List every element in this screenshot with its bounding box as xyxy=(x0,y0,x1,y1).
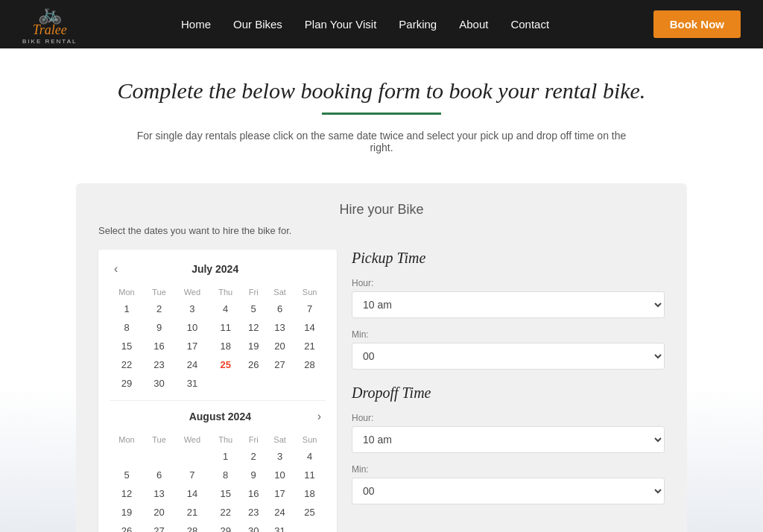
calendar-day[interactable]: 30 xyxy=(241,522,265,532)
calendar-day[interactable]: 8 xyxy=(110,318,144,337)
calendar-day[interactable]: 16 xyxy=(241,484,265,503)
calendar-day[interactable]: 12 xyxy=(241,318,265,337)
calendar-day[interactable]: 16 xyxy=(144,337,174,355)
calendar-day[interactable]: 27 xyxy=(266,355,294,374)
book-now-button[interactable]: Book Now xyxy=(653,10,741,38)
calendar-day[interactable]: 13 xyxy=(266,318,294,337)
calendar-day[interactable]: 9 xyxy=(241,466,265,484)
pickup-min-label: Min: xyxy=(352,329,665,340)
calendar-day[interactable]: 27 xyxy=(144,522,174,532)
calendar-day[interactable]: 18 xyxy=(210,337,241,355)
nav-about[interactable]: About xyxy=(459,18,488,31)
dropoff-hour-select[interactable]: 8 am9 am10 am11 am12 pm1 pm2 pm3 pm4 pm5… xyxy=(352,426,665,453)
calendar-day[interactable]: 6 xyxy=(144,466,174,484)
calendar-day[interactable]: 22 xyxy=(210,503,241,522)
calendar-day[interactable]: 24 xyxy=(174,355,210,374)
day-header: Sat xyxy=(266,432,294,447)
pickup-hour-select[interactable]: 8 am9 am10 am11 am12 pm1 pm2 pm3 pm4 pm5… xyxy=(352,291,665,318)
pickup-hour-label: Hour: xyxy=(352,278,665,288)
calendar-day[interactable]: 20 xyxy=(266,337,294,355)
calendar-day[interactable]: 30 xyxy=(144,374,174,393)
calendar-day[interactable]: 4 xyxy=(210,300,241,318)
calendar-day[interactable]: 7 xyxy=(294,300,326,318)
calendar-day[interactable]: 5 xyxy=(241,300,265,318)
calendar-day[interactable]: 22 xyxy=(110,355,144,374)
calendar-day[interactable]: 14 xyxy=(174,484,210,503)
calendar-day[interactable]: 2 xyxy=(144,300,174,318)
pickup-min-select[interactable]: 00153045 xyxy=(352,343,665,370)
calendar-day[interactable]: 14 xyxy=(294,318,326,337)
day-header: Sun xyxy=(294,432,326,447)
hero-section: Complete the below booking form to book … xyxy=(0,48,763,168)
empty-cell xyxy=(266,374,294,393)
calendar-day[interactable]: 21 xyxy=(294,337,326,355)
calendar-day[interactable]: 11 xyxy=(294,466,326,484)
calendar-day[interactable]: 28 xyxy=(174,522,210,532)
calendar-day[interactable]: 13 xyxy=(144,484,174,503)
calendar-day[interactable]: 31 xyxy=(266,522,294,532)
nav-parking[interactable]: Parking xyxy=(399,18,437,31)
prev-month-button[interactable]: ‹ xyxy=(110,261,122,277)
calendar-day[interactable]: 10 xyxy=(266,466,294,484)
calendar-day[interactable]: 19 xyxy=(241,337,265,355)
calendar-day[interactable]: 24 xyxy=(266,503,294,522)
logo[interactable]: 🚲 Tralee BIKE RENTAL xyxy=(22,4,77,45)
calendar-day[interactable]: 23 xyxy=(144,355,174,374)
next-month-button[interactable]: › xyxy=(313,408,326,425)
calendar-day[interactable]: 31 xyxy=(174,374,210,393)
calendar-day[interactable]: 18 xyxy=(294,484,326,503)
nav-contact[interactable]: Contact xyxy=(510,18,549,31)
calendar-day[interactable]: 9 xyxy=(144,318,174,337)
calendar-day[interactable]: 23 xyxy=(241,503,265,522)
calendar-day[interactable]: 8 xyxy=(210,466,241,484)
calendar-day[interactable]: 2 xyxy=(241,447,265,466)
calendar-day[interactable]: 5 xyxy=(110,466,144,484)
calendar-day[interactable]: 12 xyxy=(110,484,144,503)
calendar-day[interactable]: 26 xyxy=(110,522,144,532)
calendar-day[interactable]: 3 xyxy=(174,300,210,318)
dropoff-section: Dropoff Time Hour: 8 am9 am10 am11 am12 … xyxy=(352,384,665,504)
calendar-day[interactable]: 17 xyxy=(174,337,210,355)
day-header: Mon xyxy=(110,285,144,300)
day-header: Thu xyxy=(210,285,241,300)
august-calendar-grid: MonTueWedThuFriSatSun 123456789101112131… xyxy=(110,432,326,532)
day-header: Sun xyxy=(294,285,326,300)
booking-title: Hire your Bike xyxy=(98,202,665,218)
calendar-day[interactable]: 11 xyxy=(210,318,241,337)
calendar-day[interactable]: 3 xyxy=(266,447,294,466)
calendar-day[interactable]: 29 xyxy=(110,374,144,393)
nav-our-bikes[interactable]: Our Bikes xyxy=(233,18,282,31)
logo-name: Tralee xyxy=(33,23,67,38)
calendar-day[interactable]: 25 xyxy=(210,355,241,374)
july-calendar-grid: MonTueWedThuFriSatSun 123456789101112131… xyxy=(110,285,326,393)
calendar-day[interactable]: 25 xyxy=(294,503,326,522)
calendar: ‹ July 2024 MonTueWedThuFriSatSun 123456… xyxy=(98,250,337,532)
calendar-day[interactable]: 1 xyxy=(110,300,144,318)
calendar-day[interactable]: 15 xyxy=(110,337,144,355)
empty-cell xyxy=(294,522,326,532)
calendar-day[interactable]: 21 xyxy=(174,503,210,522)
calendar-day[interactable]: 29 xyxy=(210,522,241,532)
calendar-day[interactable]: 1 xyxy=(210,447,241,466)
august-calendar-body: 1234567891011121314151617181920212223242… xyxy=(110,447,326,532)
logo-sub: BIKE RENTAL xyxy=(22,38,77,45)
calendar-day[interactable]: 6 xyxy=(266,300,294,318)
calendar-day[interactable]: 20 xyxy=(144,503,174,522)
dropoff-min-field: Min: 00153045 xyxy=(352,464,665,504)
calendar-day[interactable]: 26 xyxy=(241,355,265,374)
day-header: Mon xyxy=(110,432,144,447)
dropoff-min-select[interactable]: 00153045 xyxy=(352,478,665,504)
calendar-day[interactable]: 15 xyxy=(210,484,241,503)
booking-subtitle: Select the dates you want to hire the bi… xyxy=(98,225,665,236)
nav-home[interactable]: Home xyxy=(181,18,211,31)
calendar-day[interactable]: 19 xyxy=(110,503,144,522)
calendar-day[interactable]: 28 xyxy=(294,355,326,374)
calendar-day[interactable]: 17 xyxy=(266,484,294,503)
day-header: Wed xyxy=(174,432,210,447)
nav-plan-your-visit[interactable]: Plan Your Visit xyxy=(305,18,376,31)
calendar-day[interactable]: 7 xyxy=(174,466,210,484)
calendar-day[interactable]: 4 xyxy=(294,447,326,466)
august-month-header: August 2024 › xyxy=(110,408,326,425)
calendar-day[interactable]: 10 xyxy=(174,318,210,337)
dropoff-label: Dropoff Time xyxy=(352,384,665,402)
